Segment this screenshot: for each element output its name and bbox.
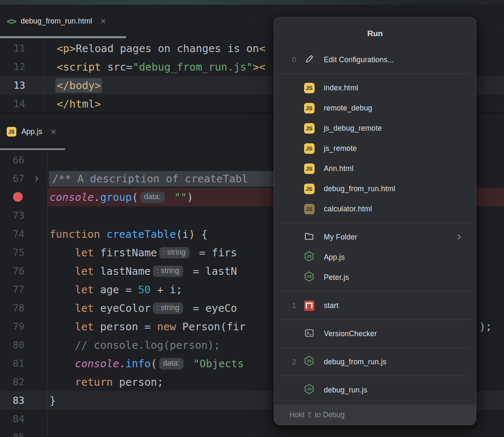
icon-slot: JS	[304, 384, 315, 395]
close-icon[interactable]: ×	[51, 127, 56, 137]
gutter-slot	[26, 373, 47, 391]
code-token: let	[75, 265, 94, 277]
code-token: </html>	[57, 98, 101, 110]
js-file-icon: JS	[304, 204, 315, 214]
tab-debug-from-run-html[interactable]: <> debug_from_run.html ×	[0, 5, 111, 38]
gutter-slot	[26, 243, 47, 262]
icon-slot: JS	[304, 356, 315, 367]
line-number: 12	[0, 61, 44, 72]
code-token: let	[75, 247, 94, 259]
code-token: = lastN	[186, 265, 237, 277]
run-config-debug-run-js[interactable]: JSdebug_run.js	[274, 380, 476, 400]
gutter: 83	[0, 391, 47, 410]
line-number: 81	[0, 358, 26, 369]
run-config-app-js[interactable]: JSApp.js	[274, 247, 476, 267]
gutter: 78	[0, 299, 47, 317]
fold-chevron-icon[interactable]	[26, 169, 47, 188]
gutter: 84	[0, 410, 47, 428]
gutter-slot	[26, 206, 47, 225]
code-token: // console.log(person);	[50, 339, 220, 351]
gutter-slot	[26, 299, 47, 317]
code-token	[50, 358, 75, 370]
run-config-label: js_debug_remote	[324, 124, 382, 133]
code-token: let	[75, 321, 94, 333]
run-config-debug-from-run-js[interactable]: 2JSdebug_from_run.js	[274, 352, 476, 372]
code-token: )	[187, 191, 193, 203]
js-file-icon: JS	[304, 184, 315, 194]
separator-line	[280, 319, 470, 320]
code-token	[187, 358, 193, 370]
separator-line	[280, 347, 470, 348]
code-token: person =	[94, 321, 157, 333]
run-config-label: Ann.html	[324, 164, 354, 173]
breakpoint-icon[interactable]	[13, 192, 23, 202]
line-number: 77	[0, 284, 26, 295]
run-config-label: debug_from_run.html	[324, 184, 395, 193]
gutter: 13	[0, 76, 44, 95]
run-config-index-html[interactable]: JSindex.html	[274, 78, 476, 98]
code-token: = firs	[193, 247, 237, 259]
run-config-peter-js[interactable]: JSPeter.js	[274, 267, 476, 287]
code-text[interactable]	[47, 428, 504, 437]
run-config-edit-configurations[interactable]: 0Edit Configurations...	[274, 50, 476, 70]
nodejs-icon: JS	[304, 355, 315, 368]
line-number: 76	[0, 266, 26, 276]
js-file-icon: JS	[304, 83, 315, 93]
gutter	[0, 188, 47, 206]
tab-label: App.js	[21, 127, 42, 136]
line-number: 83	[0, 395, 26, 406]
gutter: 76	[0, 262, 47, 280]
code-token	[50, 265, 75, 277]
gutter: 66	[0, 151, 47, 169]
inlay-hint: data:	[140, 192, 165, 203]
icon-slot	[304, 328, 315, 339]
run-config-remote-debug[interactable]: JSremote_debug	[274, 98, 476, 118]
line-number: 67	[0, 173, 26, 184]
code-token: .	[119, 358, 126, 370]
run-config-my-folder[interactable]: My Folder	[274, 227, 476, 247]
code-token: function	[50, 228, 106, 240]
icon-slot	[304, 54, 315, 65]
run-config-start[interactable]: 1start	[274, 295, 476, 316]
run-config-label: VersionChecker	[324, 329, 377, 338]
code-token: age =	[94, 284, 138, 296]
code-token: .	[94, 191, 100, 203]
run-config-label: App.js	[324, 253, 345, 262]
line-number: 75	[0, 247, 26, 258]
gutter: 77	[0, 280, 47, 299]
code-token: let	[75, 284, 94, 296]
close-icon[interactable]: ×	[100, 17, 106, 26]
run-config-calculator-html[interactable]: JScalculator.html	[274, 199, 476, 219]
run-config-ann-html[interactable]: JSAnn.html	[274, 158, 476, 179]
gutter: 67	[0, 169, 47, 188]
html-file-icon: <>	[7, 16, 16, 26]
code-token: new	[157, 321, 176, 333]
run-config-label: Peter.js	[324, 273, 349, 282]
js-file-icon: JS	[304, 103, 315, 113]
code-token: Person(fir	[176, 321, 246, 333]
menu-separator	[274, 70, 476, 78]
code-token: lastName	[94, 265, 150, 277]
code-token: person;	[113, 376, 163, 388]
code-token	[50, 247, 75, 259]
run-popup-list: 0Edit Configurations...JSindex.htmlJSrem…	[274, 50, 476, 400]
code-token: ><	[253, 61, 265, 73]
run-config-js-remote[interactable]: JSjs_remote	[274, 138, 476, 158]
shortcut-number: 2	[289, 358, 299, 366]
run-config-debug-from-run-html[interactable]: JSdebug_from_run.html	[274, 179, 476, 199]
js-file-icon: JS	[304, 163, 315, 174]
icon-slot: JS	[304, 163, 315, 174]
tab-app-js[interactable]: JS App.js ×	[0, 113, 61, 150]
gutter: 81	[0, 354, 47, 373]
gutter-slot	[26, 410, 47, 428]
icon-slot: JS	[304, 82, 315, 93]
code-token: ""	[174, 191, 187, 203]
inlay-hint: data:	[159, 358, 184, 369]
gutter: 73	[0, 206, 47, 225]
separator-line	[280, 74, 470, 74]
run-config-versionchecker[interactable]: VersionChecker	[274, 324, 476, 344]
run-config-js-debug-remote[interactable]: JSjs_debug_remote	[274, 118, 476, 138]
run-config-label: start	[324, 301, 339, 310]
shortcut-number: 1	[289, 302, 299, 310]
line-number: 78	[0, 303, 26, 313]
